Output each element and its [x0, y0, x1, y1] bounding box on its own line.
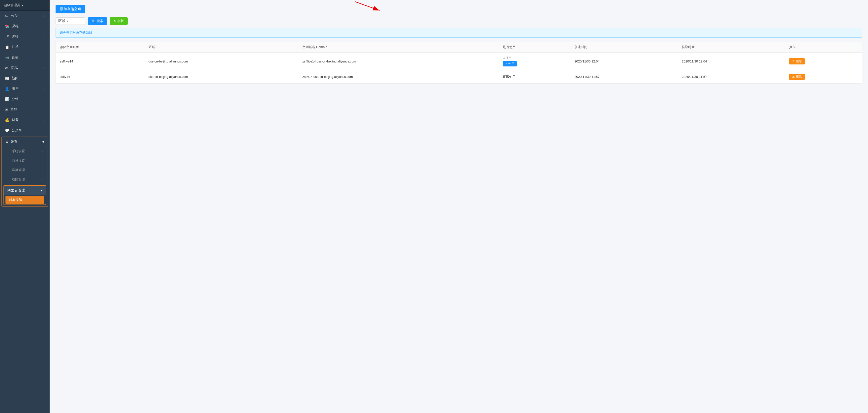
chevron-icon: ‹ [44, 66, 44, 69]
chevron-right-icon: › [42, 178, 43, 181]
row2-action: ⚠ 删除 [785, 70, 862, 84]
sidebar-item-public[interactable]: 💬 公众号 ‹ [0, 125, 50, 136]
order-icon: 📋 [5, 45, 9, 49]
sidebar-header[interactable]: 超级管理员 ▾ [0, 0, 50, 11]
sidebar-sub-permission[interactable]: 权限管理 › [2, 175, 48, 184]
sidebar-item-goods[interactable]: 🛍 商品 ‹ [0, 63, 50, 73]
distribution-icon: 📊 [5, 97, 9, 101]
goods-icon: 🛍 [5, 66, 8, 70]
sidebar-sub-customer-service[interactable]: 客服管理 [2, 165, 48, 175]
settings-header[interactable]: ⚙ 设置 ▾ [2, 137, 48, 147]
refresh-button[interactable]: ↻ 刷新 [110, 18, 128, 25]
unused-badge: 未使用 [503, 56, 512, 60]
use-label: 使用 [508, 62, 514, 66]
course-icon: 📚 [5, 24, 9, 28]
teacher-icon: 🎤 [5, 35, 9, 39]
chevron-right-icon: › [42, 150, 43, 153]
dropdown-arrow-icon: ▾ [67, 20, 68, 23]
row2-region: oss-cn-beijing.aliyuncs.com [145, 70, 299, 84]
chevron-icon: ‹ [44, 25, 44, 28]
search-button[interactable]: 🔍 搜索 [88, 18, 107, 25]
chevron-icon: ‹ [44, 87, 44, 90]
col-action: 操作 [785, 42, 862, 53]
delete-button[interactable]: ⚠ 删除 [789, 74, 805, 80]
chevron-icon: ‹ [44, 14, 44, 18]
shop-settings-label: 商城设置 [12, 158, 25, 163]
search-icon: 🔍 [92, 19, 96, 23]
news-icon: 📰 [5, 76, 9, 80]
chevron-icon: ‹ [44, 45, 44, 49]
sidebar-item-label: 直播 [12, 55, 19, 60]
settings-section: ⚙ 设置 ▾ 系统设置 › 商城设置 › 客服管理 权限管理 › 阿里云管理 [1, 136, 48, 206]
sidebar-sub-oss[interactable]: 对象存储 [5, 196, 44, 204]
use-button[interactable]: ✓ 使用 [503, 61, 517, 66]
sidebar-item-live[interactable]: 📹 直播 ‹ [0, 52, 50, 63]
aliyun-header[interactable]: 阿里云管理 ▾ [4, 186, 45, 195]
search-label: 搜索 [97, 19, 103, 23]
row2-name: zsffv14 [56, 70, 145, 84]
marketing-icon: ✉ [5, 107, 8, 112]
row2-status: 直播使用 [499, 70, 570, 84]
admin-label: 超级管理员 [4, 3, 20, 7]
warning-icon: ⚠ [792, 60, 795, 63]
sidebar-item-category[interactable]: 🏷 分类 ‹ [0, 11, 50, 21]
delete-label: 删除 [796, 75, 802, 79]
aliyun-section: 阿里云管理 ▾ 对象存储 [3, 185, 46, 205]
sidebar-item-label: 讲师 [12, 34, 19, 39]
sidebar-item-user[interactable]: 👤 用户 ‹ [0, 84, 50, 94]
sidebar-item-label: 订单 [12, 45, 19, 49]
sidebar-item-label: 财务 [12, 118, 19, 122]
aliyun-label: 阿里云管理 [7, 188, 25, 193]
add-storage-button[interactable]: 添加存储空间 [56, 5, 85, 13]
refresh-label: 刷新 [117, 19, 124, 23]
permission-label: 权限管理 [12, 177, 25, 182]
sidebar-item-teacher[interactable]: 🎤 讲师 ‹ [0, 31, 50, 42]
filter-row: 区域 ▾ 🔍 搜索 ↻ 刷新 [56, 18, 862, 25]
row2-created: 2020/11/30 11:57 [570, 70, 678, 84]
chevron-icon: ‹ [44, 129, 44, 132]
aliyun-arrow: ▾ [40, 188, 42, 192]
live-icon: 📹 [5, 56, 9, 60]
sidebar-item-news[interactable]: 📰 新闻 ‹ [0, 73, 50, 84]
sidebar-sub-shop-settings[interactable]: 商城设置 › [2, 156, 48, 165]
region-select[interactable]: 区域 ▾ [56, 18, 85, 25]
sidebar-item-label: 新闻 [12, 76, 19, 81]
sidebar-item-label: 公众号 [12, 128, 22, 133]
table-header-row: 存储空间名称 区域 空间域名 Domain 是否使用 创建时间 拉取时间 操作 [56, 42, 862, 53]
chevron-icon: ‹ [44, 56, 44, 59]
sidebar-item-order[interactable]: 📋 订单 ‹ [0, 42, 50, 52]
warning-icon: ⚠ [792, 75, 795, 78]
delete-label: 删除 [796, 59, 802, 63]
delete-button[interactable]: ⚠ 删除 [789, 58, 805, 64]
refresh-icon: ↻ [114, 19, 116, 23]
storage-table: 存储空间名称 区域 空间域名 Domain 是否使用 创建时间 拉取时间 操作 … [56, 42, 862, 84]
notice-bar: 请先开启对象存储OSS [56, 28, 862, 38]
col-region: 区域 [145, 42, 299, 53]
system-settings-label: 系统设置 [12, 149, 25, 154]
region-label: 区域 [58, 19, 65, 23]
table-row: zsffv14 oss-cn-beijing.aliyuncs.com zsff… [56, 70, 862, 84]
col-domain: 空间域名 Domain [298, 42, 499, 53]
row1-domain: zsfflive14.oss-cn-beijing.aliyuncs.com [298, 53, 499, 70]
sidebar-item-marketing[interactable]: ✉ 营销 ‹ [0, 104, 50, 115]
settings-arrow: ▾ [42, 140, 44, 144]
row2-pulled: 2020/11/30 11:57 [678, 70, 785, 84]
category-icon: 🏷 [5, 14, 8, 18]
row1-action: ⚠ 删除 [785, 53, 862, 70]
check-icon: ✓ [505, 62, 508, 66]
sidebar-item-label: 分销 [12, 97, 19, 101]
sidebar: 超级管理员 ▾ 🏷 分类 ‹ 📚 课程 ‹ 🎤 讲师 ‹ 📋 订单 ‹ 📹 [0, 0, 50, 413]
sidebar-item-finance[interactable]: 💰 财务 ‹ [0, 115, 50, 125]
main-content-area: 添加存储空间 区域 ▾ 🔍 搜索 ↻ 刷新 请先开启对象存储OSS [50, 0, 868, 413]
col-status: 是否使用 [499, 42, 570, 53]
sidebar-item-distribution[interactable]: 📊 分销 ‹ [0, 94, 50, 104]
sidebar-item-label: 用户 [12, 87, 19, 91]
sidebar-item-course[interactable]: 📚 课程 ‹ [0, 21, 50, 31]
col-name: 存储空间名称 [56, 42, 145, 53]
chevron-icon: ‹ [44, 35, 44, 38]
customer-service-label: 客服管理 [12, 168, 25, 172]
table-row: zsfflive14 oss-cn-beijing.aliyuncs.com z… [56, 53, 862, 70]
sidebar-sub-system-settings[interactable]: 系统设置 › [2, 147, 48, 156]
chevron-icon: ‹ [44, 77, 44, 80]
col-pulled: 拉取时间 [678, 42, 785, 53]
